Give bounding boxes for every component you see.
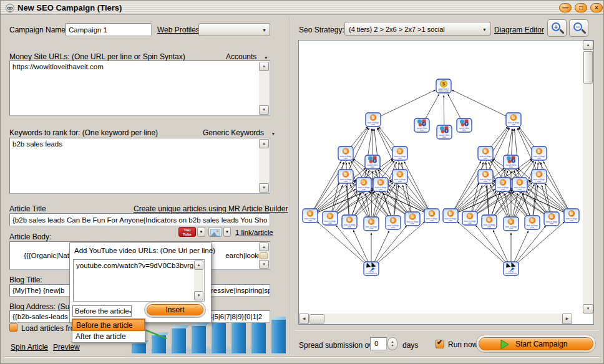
insert-image-button[interactable] — [208, 227, 222, 237]
diagram-node-blog[interactable]: bmois vs blogscom — [338, 170, 353, 183]
links-per-article-link[interactable]: 1 link/article — [235, 229, 273, 236]
diagram-node-blog[interactable]: bmois vs blogscom — [356, 178, 371, 191]
start-campaign-button[interactable]: Start Campaign — [479, 337, 593, 350]
diagram-node-social[interactable]: fsocial t likesfans — [365, 155, 380, 169]
campaign-name-input[interactable] — [66, 23, 152, 36]
youtube-url-textarea[interactable]: youtube.com/watch?v=9dV0Cb3bvrg ▲ ▼ — [73, 259, 205, 302]
diagram-node-blog[interactable]: bmois vs blogscom — [342, 215, 357, 229]
stepper-down-icon[interactable]: ▼ — [388, 343, 397, 347]
diagram-node-blog[interactable]: bmois vs blogscom — [512, 178, 527, 191]
svg-text:b: b — [512, 115, 515, 120]
diagram-node-blog[interactable]: bmois vs blogscom — [504, 217, 519, 231]
scroll-up-icon[interactable]: ▲ — [259, 139, 269, 148]
spread-days-input[interactable]: 0 — [370, 337, 387, 350]
diagram-node-blog[interactable]: bmois vs blogscom — [386, 216, 401, 229]
web-profiles-link[interactable]: Web Profiles — [157, 26, 200, 34]
diagram-node-rss[interactable]: socialbookmarking — [504, 262, 519, 275]
diagram-node-blog[interactable]: bmois vs blogscom — [424, 209, 439, 223]
scroll-right-icon[interactable]: ▶ — [562, 314, 572, 324]
diagram-node-blog[interactable]: bmois vs blogscom — [462, 211, 477, 225]
diagram-node-blog[interactable]: bmois vs blogscom — [392, 170, 407, 183]
scroll-up-icon[interactable]: ▲ — [194, 261, 203, 270]
seo-diagram[interactable]: $wowit love ithave it comfsocial t likes… — [299, 41, 582, 313]
chevron-down-icon: ▼ — [262, 28, 266, 32]
preview-link[interactable]: Preview — [53, 343, 80, 352]
diagram-node-blog[interactable]: bmois vs blogscom — [373, 178, 388, 191]
insert-button[interactable]: Insert — [147, 304, 203, 315]
spin-article-link[interactable]: Spin Article — [11, 343, 48, 352]
scroll-down-icon[interactable]: ▼ — [194, 291, 203, 300]
scrollbar[interactable]: ▲ ▼ — [259, 139, 269, 193]
diagram-node-blog[interactable]: bmois vs blogscom — [392, 146, 407, 160]
scroll-up-icon[interactable]: ▲ — [583, 41, 593, 50]
scroll-down-icon[interactable]: ▼ — [259, 105, 269, 115]
zoom-in-button[interactable]: + — [547, 19, 567, 37]
keywords-textarea[interactable]: b2b sales leads ▲ ▼ — [9, 138, 270, 194]
diagram-node-blog[interactable]: bmois vs blogscom — [482, 215, 497, 229]
zoom-out-button[interactable]: − — [569, 19, 588, 37]
scroll-down-icon[interactable]: ▼ — [259, 260, 269, 269]
title-bar[interactable]: New SEO Campaign (Tiers) — □ × — [1, 1, 603, 15]
youtube-button[interactable]: YouTube — [178, 227, 196, 237]
article-title-input[interactable] — [9, 213, 270, 226]
menu-item-before-article[interactable]: Before the article — [72, 319, 145, 331]
load-articles-checkbox[interactable] — [9, 323, 17, 332]
svg-text:b: b — [431, 211, 433, 216]
stepper-up-icon[interactable]: ▲ — [388, 338, 397, 343]
menu-item-after-article[interactable]: After the article — [72, 331, 145, 343]
scroll-up-icon[interactable]: ▲ — [259, 242, 269, 251]
hscroll-thumb[interactable] — [309, 314, 324, 323]
scrollbar[interactable]: ▲ ▼ — [194, 261, 203, 300]
diagram-node-blog[interactable]: bmois vs blogscom — [495, 178, 510, 191]
run-now-checkbox[interactable]: ✔ — [436, 340, 444, 348]
diagram-node-blog[interactable]: bmois vs blogscom — [366, 113, 381, 127]
svg-text:b: b — [344, 149, 347, 153]
scrollbar[interactable]: ▲ ▼ — [259, 242, 269, 269]
diagram-node-blog[interactable]: bmois vs blogscom — [338, 146, 353, 160]
diagram-node-blog[interactable]: bmois vs blogscom — [532, 170, 547, 183]
diagram-node-blog[interactable]: bmois vs blogscom — [544, 212, 559, 226]
diagram-node-social[interactable]: fsocial t likesfans — [457, 118, 472, 132]
diagram-node-blog[interactable]: bmois vs blogscom — [525, 216, 540, 229]
money-sites-textarea[interactable]: https://wowitloveithaveit.com ▲ ▼ — [9, 60, 270, 116]
article-builder-link[interactable]: Create unique articles using MR Article … — [134, 204, 288, 213]
close-button[interactable]: × — [590, 3, 603, 12]
diagram-node-blog[interactable]: bmois vs blogscom — [478, 170, 493, 183]
diagram-node-blog[interactable]: bmois vs blogscom — [405, 212, 420, 226]
diagram-hscrollbar[interactable]: ◀ ▶ — [299, 314, 572, 324]
diagram-vscrollbar[interactable]: ▲ ▼ — [583, 41, 593, 314]
scroll-thumb[interactable] — [260, 252, 268, 259]
diagram-editor-link[interactable]: Diagram Editor — [494, 26, 544, 34]
vscroll-thumb[interactable] — [583, 51, 593, 84]
youtube-dropdown-button[interactable]: ▼ — [197, 227, 205, 237]
accounts-dropdown[interactable]: Accounts ▼ — [226, 52, 268, 61]
scrollbar[interactable]: ▲ ▼ — [259, 62, 269, 115]
maximize-button[interactable]: □ — [575, 3, 587, 12]
diagram-node-social[interactable]: fsocial t likesfans — [504, 155, 519, 169]
insert-position-combo[interactable]: Before the article▾ — [72, 305, 132, 317]
diagram-node-blog[interactable]: bmois vs blogscom — [303, 209, 318, 223]
diagram-node-blog[interactable]: bmois vs blogscom — [564, 209, 579, 223]
diagram-node-blog[interactable]: bmois vs blogscom — [506, 113, 521, 127]
diagram-node-social[interactable]: fsocial t likesfans — [414, 118, 429, 132]
scroll-down-icon[interactable]: ▼ — [259, 183, 269, 193]
diagram-node-blog[interactable]: bmois vs blogscom — [364, 217, 379, 231]
scroll-down-icon[interactable]: ▼ — [583, 304, 593, 314]
web-profiles-combo[interactable]: ▼ — [198, 23, 270, 36]
diagram-node-blog[interactable]: bmois vs blogscom — [532, 146, 547, 160]
image-dropdown-button[interactable]: ▼ — [223, 227, 231, 237]
seo-strategy-combo[interactable]: (4 tiers) 2 > 2x6 > 2x7 >1 social ▼ — [344, 22, 491, 36]
diagram-node-blog[interactable]: bmois vs blogscom — [478, 146, 493, 160]
diagram-node-rss[interactable]: socialbookmarking — [364, 262, 379, 275]
diagram-node-money[interactable]: $wowit love ithave it com — [436, 79, 451, 93]
scroll-left-icon[interactable]: ◀ — [299, 314, 309, 324]
minimize-button[interactable]: — — [559, 3, 572, 12]
svg-text:b: b — [399, 172, 401, 176]
diagram-node-social[interactable]: fsocial t likesfans — [437, 125, 452, 139]
diagram-node-blog[interactable]: bmois vs blogscom — [323, 211, 338, 225]
generic-keywords-dropdown[interactable]: Generic Keywords ▼ — [203, 128, 275, 137]
diagram-node-blog[interactable]: bmois vs blogscom — [443, 209, 458, 223]
youtube-icon: YouTube — [179, 228, 195, 237]
spread-days-stepper[interactable]: ▲ ▼ — [387, 337, 397, 350]
scroll-up-icon[interactable]: ▲ — [259, 62, 269, 71]
